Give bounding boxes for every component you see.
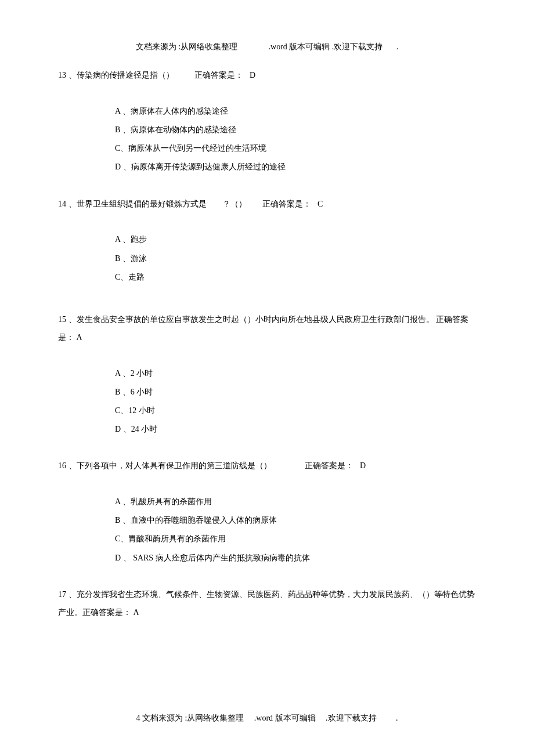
options-list: A 、病原体在人体内的感染途径 B 、病原体在动物体内的感染途径 C、病原体从一… bbox=[58, 102, 476, 177]
answer-value: D bbox=[250, 71, 255, 79]
question-number: 14 bbox=[58, 200, 66, 208]
question-text: 13 、传染病的传播途径是指（） 正确答案是： D bbox=[58, 67, 476, 85]
question-text: 17 、充分发挥我省生态环境、气候条件、生物资源、民族医药、药品品种等优势，大力… bbox=[58, 586, 476, 622]
answer-label: 正确答案是： bbox=[194, 71, 243, 79]
answer-label: 正确答案是： bbox=[305, 461, 353, 470]
question-number: 17 bbox=[58, 590, 66, 599]
option-c: C、走路 bbox=[115, 268, 476, 287]
option-d: D 、24 小时 bbox=[115, 420, 476, 439]
option-b: B 、血液中的吞噬细胞吞噬侵入人体的病原体 bbox=[115, 511, 476, 530]
question-16: 16 、下列各项中，对人体具有保卫作用的第三道防线是（） 正确答案是： D A … bbox=[58, 457, 476, 567]
question-text: 15 、发生食品安全事故的单位应自事故发生之时起（）小时内向所在地县级人民政府卫… bbox=[58, 311, 476, 347]
question-17: 17 、充分发挥我省生态环境、气候条件、生物资源、民族医药、药品品种等优势，大力… bbox=[58, 586, 476, 622]
question-13: 13 、传染病的传播途径是指（） 正确答案是： D A 、病原体在人体内的感染途… bbox=[58, 67, 476, 177]
footer-dot: . bbox=[396, 714, 398, 722]
answer-value: A bbox=[77, 333, 82, 342]
question-number: 16 bbox=[58, 461, 66, 470]
document-content: 13 、传染病的传播途径是指（） 正确答案是： D A 、病原体在人体内的感染途… bbox=[58, 67, 476, 621]
question-body: 、充分发挥我省生态环境、气候条件、生物资源、民族医药、药品品种等优势，大力发展民… bbox=[58, 590, 475, 617]
option-a: A 、乳酸所具有的杀菌作用 bbox=[115, 493, 476, 511]
header-dot: . bbox=[396, 42, 399, 51]
option-b: B 、病原体在动物体内的感染途径 bbox=[115, 121, 476, 139]
answer-value: C bbox=[317, 200, 323, 208]
header-source: 文档来源为 :从网络收集整理 bbox=[136, 42, 237, 52]
answer-value: A bbox=[134, 608, 139, 617]
question-text: 14 、世界卫生组织提倡的最好锻炼方式是 ？（） 正确答案是： C bbox=[58, 196, 476, 214]
options-list: A 、2 小时 B 、6 小时 C、12 小时 D 、24 小时 bbox=[58, 364, 476, 439]
option-a: A 、病原体在人体内的感染途径 bbox=[115, 102, 476, 121]
option-a: A 、2 小时 bbox=[115, 364, 476, 383]
options-list: A 、乳酸所具有的杀菌作用 B 、血液中的吞噬细胞吞噬侵入人体的病原体 C、胃酸… bbox=[58, 493, 476, 567]
question-number: 13 bbox=[58, 71, 66, 79]
option-b: B 、6 小时 bbox=[115, 383, 476, 401]
footer-source: 文档来源为 :从网络收集整理 bbox=[142, 714, 244, 722]
footer-download: .欢迎下载支持 bbox=[326, 714, 377, 722]
question-body: 、传染病的传播途径是指（） bbox=[68, 71, 174, 79]
answer-value: D bbox=[360, 461, 366, 470]
question-body: 、世界卫生组织提倡的最好锻炼方式是 bbox=[68, 200, 207, 208]
question-number: 15 bbox=[58, 315, 66, 324]
question-text: 16 、下列各项中，对人体具有保卫作用的第三道防线是（） 正确答案是： D bbox=[58, 457, 476, 475]
option-c: C、病原体从一代到另一代经过的生活环境 bbox=[115, 139, 476, 158]
document-footer: 4 文档来源为 :从网络收集整理 .word 版本可编辑 .欢迎下载支持 . bbox=[0, 713, 534, 724]
question-14: 14 、世界卫生组织提倡的最好锻炼方式是 ？（） 正确答案是： C A 、跑步 … bbox=[58, 196, 476, 287]
question-body: 、下列各项中，对人体具有保卫作用的第三道防线是（） bbox=[68, 461, 272, 470]
question-body: 、发生食品安全事故的单位应自事故发生之时起（）小时内向所在地县级人民政府卫生行政… bbox=[68, 315, 434, 324]
option-c: C、胃酸和酶所具有的杀菌作用 bbox=[115, 530, 476, 548]
page-number: 4 bbox=[136, 714, 140, 722]
options-list: A 、跑步 B 、游泳 C、走路 bbox=[58, 230, 476, 287]
footer-word-note: .word 版本可编辑 bbox=[254, 714, 316, 722]
question-body-2: ？（） bbox=[222, 200, 247, 208]
option-d: D 、病原体离开传染源到达健康人所经过的途径 bbox=[115, 158, 476, 176]
option-d: D 、 SARS 病人痊愈后体内产生的抵抗致病病毒的抗体 bbox=[115, 549, 476, 567]
answer-label: 正确答案是： bbox=[262, 200, 311, 208]
option-a: A 、跑步 bbox=[115, 230, 476, 249]
document-header: 文档来源为 :从网络收集整理 .word 版本可编辑 .欢迎下载支持 . bbox=[0, 42, 534, 52]
option-b: B 、游泳 bbox=[115, 249, 476, 268]
header-word-note: .word 版本可编辑 .欢迎下载支持 bbox=[269, 42, 383, 52]
question-15: 15 、发生食品安全事故的单位应自事故发生之时起（）小时内向所在地县级人民政府卫… bbox=[58, 311, 476, 439]
option-c: C、12 小时 bbox=[115, 401, 476, 420]
